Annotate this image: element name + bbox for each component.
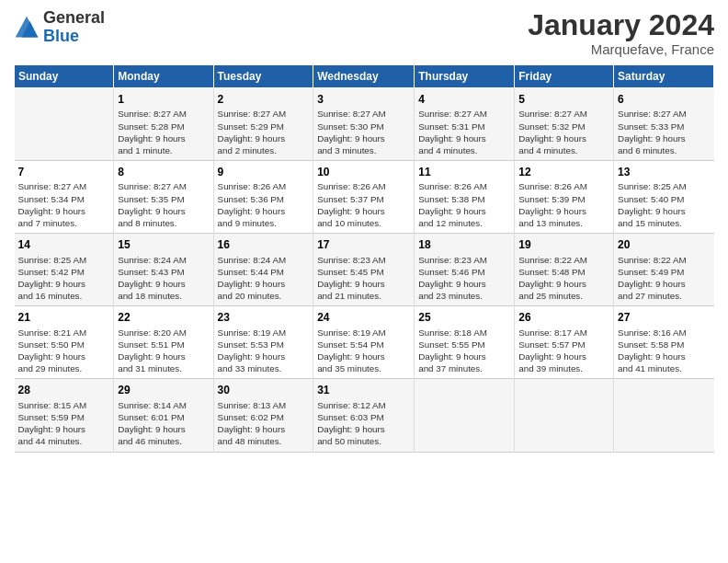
day-number: 14 [18,237,110,252]
cell-info: Sunrise: 8:27 AM Sunset: 5:35 PM Dayligh… [118,180,209,229]
logo-icon [14,15,40,40]
calendar-cell: 24Sunrise: 8:19 AM Sunset: 5:54 PM Dayli… [313,306,415,379]
cell-info: Sunrise: 8:24 AM Sunset: 5:44 PM Dayligh… [218,254,310,303]
cell-info: Sunrise: 8:27 AM Sunset: 5:31 PM Dayligh… [418,108,510,156]
cell-info: Sunrise: 8:27 AM Sunset: 5:33 PM Dayligh… [618,108,710,156]
col-sunday: Sunday [15,65,114,88]
calendar-cell: 15Sunrise: 8:24 AM Sunset: 5:43 PM Dayli… [114,234,213,306]
cell-info: Sunrise: 8:13 AM Sunset: 6:02 PM Dayligh… [218,399,310,448]
cell-info: Sunrise: 8:16 AM Sunset: 5:58 PM Dayligh… [618,327,710,375]
day-number: 29 [118,383,209,397]
calendar-cell: 8Sunrise: 8:27 AM Sunset: 5:35 PM Daylig… [114,161,213,234]
col-friday: Friday [515,65,614,88]
cell-info: Sunrise: 8:25 AM Sunset: 5:40 PM Dayligh… [618,180,710,229]
day-number: 3 [317,92,410,107]
day-number: 10 [317,165,410,179]
calendar-cell: 19Sunrise: 8:22 AM Sunset: 5:48 PM Dayli… [515,234,614,306]
calendar-cell: 17Sunrise: 8:23 AM Sunset: 5:45 PM Dayli… [313,234,415,306]
day-number: 20 [618,237,710,252]
page: General Blue January 2024 Marquefave, Fr… [0,0,728,563]
cell-info: Sunrise: 8:17 AM Sunset: 5:57 PM Dayligh… [518,327,609,375]
cell-info: Sunrise: 8:19 AM Sunset: 5:53 PM Dayligh… [218,327,310,375]
calendar-cell: 27Sunrise: 8:16 AM Sunset: 5:58 PM Dayli… [614,306,714,379]
location: Marquefave, France [528,41,714,57]
calendar-cell: 2Sunrise: 8:27 AM Sunset: 5:29 PM Daylig… [213,88,313,161]
day-number: 17 [317,237,410,252]
cell-info: Sunrise: 8:19 AM Sunset: 5:54 PM Dayligh… [317,327,410,375]
day-number: 28 [18,383,110,397]
cell-info: Sunrise: 8:14 AM Sunset: 6:01 PM Dayligh… [118,399,209,448]
day-number: 9 [218,165,310,179]
calendar-cell [515,379,614,452]
calendar-cell: 11Sunrise: 8:26 AM Sunset: 5:38 PM Dayli… [415,161,515,234]
col-wednesday: Wednesday [313,65,415,88]
calendar-cell: 23Sunrise: 8:19 AM Sunset: 5:53 PM Dayli… [213,306,313,379]
day-number: 19 [518,237,609,252]
cell-info: Sunrise: 8:21 AM Sunset: 5:50 PM Dayligh… [18,327,110,375]
col-monday: Monday [114,65,213,88]
cell-info: Sunrise: 8:22 AM Sunset: 5:48 PM Dayligh… [518,254,609,303]
day-number: 16 [218,237,310,252]
day-number: 4 [418,92,510,107]
cell-info: Sunrise: 8:15 AM Sunset: 5:59 PM Dayligh… [18,399,110,448]
day-number: 23 [218,310,310,325]
logo-text: General Blue [43,9,105,46]
calendar-cell: 29Sunrise: 8:14 AM Sunset: 6:01 PM Dayli… [114,379,213,452]
calendar-cell: 7Sunrise: 8:27 AM Sunset: 5:34 PM Daylig… [15,161,114,234]
day-number: 12 [518,165,609,179]
calendar-week-row: 21Sunrise: 8:21 AM Sunset: 5:50 PM Dayli… [15,306,714,379]
cell-info: Sunrise: 8:23 AM Sunset: 5:45 PM Dayligh… [317,254,410,303]
day-number: 30 [218,383,310,397]
logo-general: General [43,8,105,27]
cell-info: Sunrise: 8:18 AM Sunset: 5:55 PM Dayligh… [418,327,510,375]
calendar-cell [614,379,714,452]
day-number: 15 [118,237,209,252]
calendar-week-row: 28Sunrise: 8:15 AM Sunset: 5:59 PM Dayli… [15,379,714,452]
day-number: 26 [518,310,609,325]
calendar-cell: 25Sunrise: 8:18 AM Sunset: 5:55 PM Dayli… [415,306,515,379]
cell-info: Sunrise: 8:26 AM Sunset: 5:38 PM Dayligh… [418,180,510,229]
day-number: 13 [618,165,710,179]
cell-info: Sunrise: 8:27 AM Sunset: 5:29 PM Dayligh… [218,108,310,156]
cell-info: Sunrise: 8:12 AM Sunset: 6:03 PM Dayligh… [317,399,410,448]
cell-info: Sunrise: 8:26 AM Sunset: 5:36 PM Dayligh… [218,180,310,229]
cell-info: Sunrise: 8:27 AM Sunset: 5:32 PM Dayligh… [518,108,609,156]
calendar-cell: 1Sunrise: 8:27 AM Sunset: 5:28 PM Daylig… [114,88,213,161]
header-row: Sunday Monday Tuesday Wednesday Thursday… [15,65,714,88]
day-number: 8 [118,165,209,179]
col-saturday: Saturday [614,65,714,88]
month-title: January 2024 [528,9,714,41]
calendar-cell: 26Sunrise: 8:17 AM Sunset: 5:57 PM Dayli… [515,306,614,379]
calendar-week-row: 14Sunrise: 8:25 AM Sunset: 5:42 PM Dayli… [15,234,714,306]
calendar-table: Sunday Monday Tuesday Wednesday Thursday… [14,64,714,452]
cell-info: Sunrise: 8:20 AM Sunset: 5:51 PM Dayligh… [118,327,209,375]
cell-info: Sunrise: 8:22 AM Sunset: 5:49 PM Dayligh… [618,254,710,303]
calendar-cell: 21Sunrise: 8:21 AM Sunset: 5:50 PM Dayli… [15,306,114,379]
cell-info: Sunrise: 8:26 AM Sunset: 5:37 PM Dayligh… [317,180,410,229]
title-block: January 2024 Marquefave, France [528,9,714,57]
day-number: 27 [618,310,710,325]
day-number: 6 [618,92,710,107]
cell-info: Sunrise: 8:25 AM Sunset: 5:42 PM Dayligh… [18,254,110,303]
calendar-cell: 6Sunrise: 8:27 AM Sunset: 5:33 PM Daylig… [614,88,714,161]
calendar-cell: 18Sunrise: 8:23 AM Sunset: 5:46 PM Dayli… [415,234,515,306]
calendar-cell: 5Sunrise: 8:27 AM Sunset: 5:32 PM Daylig… [515,88,614,161]
calendar-cell: 13Sunrise: 8:25 AM Sunset: 5:40 PM Dayli… [614,161,714,234]
col-tuesday: Tuesday [213,65,313,88]
cell-info: Sunrise: 8:27 AM Sunset: 5:28 PM Dayligh… [118,108,209,156]
day-number: 25 [418,310,510,325]
calendar-week-row: 7Sunrise: 8:27 AM Sunset: 5:34 PM Daylig… [15,161,714,234]
calendar-cell: 10Sunrise: 8:26 AM Sunset: 5:37 PM Dayli… [313,161,415,234]
calendar-cell: 14Sunrise: 8:25 AM Sunset: 5:42 PM Dayli… [15,234,114,306]
day-number: 2 [218,92,310,107]
calendar-cell: 22Sunrise: 8:20 AM Sunset: 5:51 PM Dayli… [114,306,213,379]
logo-blue: Blue [43,27,79,45]
calendar-week-row: 1Sunrise: 8:27 AM Sunset: 5:28 PM Daylig… [15,88,714,161]
logo: General Blue [14,9,105,46]
cell-info: Sunrise: 8:23 AM Sunset: 5:46 PM Dayligh… [418,254,510,303]
calendar-cell: 31Sunrise: 8:12 AM Sunset: 6:03 PM Dayli… [313,379,415,452]
day-number: 24 [317,310,410,325]
calendar-body: 1Sunrise: 8:27 AM Sunset: 5:28 PM Daylig… [15,88,714,452]
cell-info: Sunrise: 8:27 AM Sunset: 5:34 PM Dayligh… [18,180,110,229]
day-number: 18 [418,237,510,252]
